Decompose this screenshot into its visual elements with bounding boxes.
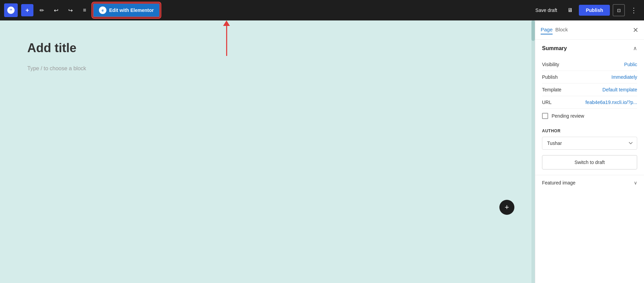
sidebar-toggle-button[interactable]: ⊡ [613,4,625,16]
right-panel: Page Block ✕ Summary ∧ Visibility Publi [535,20,644,283]
edit-with-elementor-button[interactable]: e Edit with Elementor [93,3,160,17]
toolbar: W + ✏ ↩ ↪ ≡ e Edit with Elementor Save d… [0,0,644,20]
author-select[interactable]: Tushar [542,137,637,150]
more-options-button[interactable]: ⋮ [628,5,640,16]
close-icon: ✕ [633,26,639,34]
template-label: Template [542,87,561,92]
visibility-label: Visibility [542,62,559,67]
pending-review-label: Pending review [552,113,584,119]
redo-icon: ↪ [68,7,73,14]
author-label: AUTHOR [542,129,637,133]
undo-button[interactable]: ↩ [50,4,62,16]
toolbar-right: Save draft 🖥 Publish ⊡ ⋮ [531,4,640,16]
post-title-placeholder[interactable]: Add title [27,41,508,55]
switch-to-draft-button[interactable]: Switch to draft [542,155,637,169]
url-label: URL [542,100,552,105]
featured-image-label: Featured image [542,180,575,185]
menu-icon: ≡ [83,7,86,13]
chevron-up-icon: ∧ [633,45,637,51]
panel-header: Page Block ✕ [535,20,644,40]
chevron-down-icon: ∨ [634,180,637,185]
sidebar-icon: ⊡ [617,8,621,13]
redo-button[interactable]: ↪ [64,4,76,16]
monitor-icon: 🖥 [567,7,573,13]
summary-section: Summary ∧ Visibility Public Publish Imme… [535,40,644,129]
scrollbar-thumb[interactable] [531,20,535,41]
svg-text:W: W [9,9,13,12]
pencil-icon: ✏ [40,7,44,14]
collapse-button[interactable]: ∧ [633,45,637,51]
pending-review-row: Pending review [542,109,637,123]
menu-button[interactable]: ≡ [78,4,91,16]
publish-row: Publish Immediately [542,71,637,84]
pending-review-checkbox[interactable] [542,113,548,119]
elementor-icon-letter: e [102,8,104,12]
panel-close-button[interactable]: ✕ [633,26,639,34]
plus-icon: + [26,7,29,14]
visibility-row: Visibility Public [542,58,637,71]
undo-icon: ↩ [54,7,58,14]
template-value[interactable]: Default template [602,87,637,92]
author-section: AUTHOR Tushar [535,129,644,155]
publish-value[interactable]: Immediately [612,74,637,80]
add-block-toolbar-button[interactable]: + [21,4,33,16]
summary-header: Summary ∧ [542,45,637,51]
editor-canvas: Add title Type / to choose a block [0,20,535,85]
featured-image-section[interactable]: Featured image ∨ [535,175,644,190]
tab-page[interactable]: Page [541,25,553,34]
save-draft-button[interactable]: Save draft [531,5,561,15]
device-preview-button[interactable]: 🖥 [564,4,576,16]
elementor-button-label: Edit with Elementor [109,8,154,13]
publish-button[interactable]: Publish [579,5,610,16]
tab-block[interactable]: Block [555,25,568,34]
elementor-icon: e [99,6,106,14]
block-placeholder[interactable]: Type / to choose a block [27,65,508,72]
plus-icon: + [505,203,509,212]
edit-button[interactable]: ✏ [35,4,48,16]
panel-content: Summary ∧ Visibility Public Publish Imme… [535,40,644,283]
template-row: Template Default template [542,84,637,96]
editor-area[interactable]: Add title Type / to choose a block + [0,20,535,283]
url-value[interactable]: feab4e6a19.nxcli.io/?p... [585,100,637,105]
editor-scrollbar[interactable] [531,20,535,283]
visibility-value[interactable]: Public [624,62,637,67]
add-block-floating-button[interactable]: + [499,200,514,215]
publish-label: Publish [542,74,558,80]
summary-title: Summary [542,45,567,51]
wp-logo[interactable]: W [4,3,18,17]
more-icon: ⋮ [630,6,637,14]
url-row: URL feab4e6a19.nxcli.io/?p... [542,96,637,109]
main-area: Add title Type / to choose a block + Pag… [0,20,644,283]
